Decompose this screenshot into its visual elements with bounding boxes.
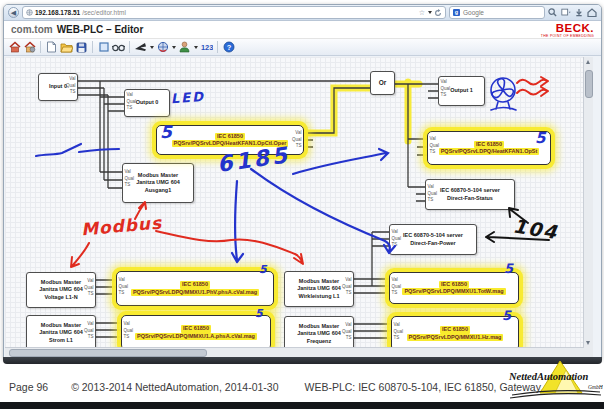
annotation-led: LED bbox=[171, 90, 206, 105]
beck-logo: BECK. THE POINT OF EMBEDDING bbox=[541, 23, 594, 38]
block-or[interactable]: Or bbox=[370, 71, 395, 95]
block-iec61850-a-phsa[interactable]: IEC 61850PQSrv/PQSrvLDPQ/MMXU1.A.phsA.cV… bbox=[121, 315, 271, 350]
tab-list-icon[interactable] bbox=[561, 8, 571, 17]
app-name: com.tom bbox=[11, 24, 53, 35]
preview-glasses-icon[interactable] bbox=[112, 41, 125, 54]
search-box[interactable]: g Google bbox=[449, 6, 545, 19]
horizontal-scroll-thumb[interactable] bbox=[9, 349, 207, 357]
block-modbus-ausgang1[interactable]: Modbus MasterJanitza UMG 604Ausgang1 Val… bbox=[122, 163, 194, 203]
annotation-modbus: Modbus bbox=[80, 214, 162, 238]
open-folder-icon[interactable] bbox=[60, 41, 73, 54]
url-path: /sec/editor.html bbox=[82, 9, 126, 16]
block-104-fan-power[interactable]: IEC 60870-5-104 serverDirect-Fan-Power V… bbox=[389, 224, 477, 255]
editor-toolbar: 123 ? bbox=[4, 39, 601, 56]
heat-wave-1 bbox=[517, 77, 548, 86]
page-header: com.tom WEB-PLC – Editor BECK. THE POINT… bbox=[4, 21, 601, 39]
page-number: Page 96 bbox=[9, 381, 48, 393]
svg-text:?: ? bbox=[226, 43, 231, 52]
search-go-icon[interactable] bbox=[548, 8, 557, 17]
horizontal-scrollbar[interactable] bbox=[5, 347, 584, 357]
connector-dropdown-caret-icon[interactable] bbox=[150, 46, 154, 49]
block-output0[interactable]: Output 0 ValQualTS bbox=[124, 89, 170, 117]
block-iec61850-hz[interactable]: IEC 61850PQSrv/PQSrvLDPQ/MMXU1.Hz.mag Va… bbox=[391, 316, 519, 351]
reload-icon[interactable] bbox=[434, 9, 442, 17]
home-shortcut-icon[interactable] bbox=[587, 8, 597, 17]
network-globe-icon[interactable] bbox=[156, 41, 169, 54]
user-icon[interactable] bbox=[178, 41, 191, 54]
arrow-to-voltage bbox=[71, 243, 89, 267]
save-icon[interactable] bbox=[75, 41, 88, 54]
block-output1[interactable]: Output 1 ValQualTS bbox=[438, 76, 485, 106]
numeric-io-icon[interactable]: 123 bbox=[200, 41, 213, 54]
heat-wave-2 bbox=[517, 87, 548, 96]
new-file-icon[interactable] bbox=[45, 41, 58, 54]
google-logo-icon: g bbox=[453, 9, 460, 16]
site-favicon-globe-icon bbox=[26, 9, 33, 16]
bookmark-star-icon[interactable]: ☆ bbox=[419, 9, 425, 16]
scroll-down-arrow-icon[interactable] bbox=[586, 341, 590, 345]
arrow-to-opst bbox=[293, 149, 388, 174]
block-iec61850-opctl-oper[interactable]: IEC 61850PQSrv/PQSrvLDPQ/HeatKFAN1.OpCtl… bbox=[156, 125, 304, 155]
arrow-to-fan-power bbox=[251, 169, 395, 253]
block-label: Output 0 bbox=[136, 99, 159, 106]
copyright: © 2013-2014 NettedAutomation, 2014-01-30 bbox=[71, 381, 278, 393]
vertical-scrollbar[interactable] bbox=[583, 57, 593, 357]
block-label: Or bbox=[379, 79, 387, 87]
switch-sketch bbox=[36, 144, 119, 156]
url-dropdown-caret-icon[interactable] bbox=[428, 11, 432, 14]
home-config-icon[interactable] bbox=[23, 41, 36, 54]
logo-subtext: GmbH bbox=[588, 384, 603, 390]
logo-text: NettedAutomation bbox=[508, 371, 589, 382]
block-iec61850-opst[interactable]: IEC 61850PQSrv/PQSrvLDPQ/HeatKFAN1.OpSt … bbox=[427, 131, 551, 165]
block-104-fan-status[interactable]: IEC 60870-5-104 serverDirect-Fan-Status … bbox=[425, 179, 515, 210]
home-icon[interactable] bbox=[8, 41, 21, 54]
downloads-icon[interactable] bbox=[575, 8, 583, 17]
beck-logo-tagline: THE POINT OF EMBEDDING bbox=[541, 35, 594, 39]
address-bar[interactable]: 192.168.178.51/sec/editor.html ☆ bbox=[22, 6, 446, 19]
block-modbus-strom[interactable]: Modbus MasterJanitza UMG 604Strom L1 Val… bbox=[26, 315, 96, 351]
url-host: 192.168.178.51 bbox=[35, 9, 80, 16]
beck-logo-text: BECK. bbox=[541, 23, 594, 35]
fan-sketch bbox=[491, 78, 516, 110]
annotation-104: 104 bbox=[512, 217, 560, 243]
arrow-to-fan-status bbox=[509, 208, 528, 223]
help-icon[interactable]: ? bbox=[222, 41, 235, 54]
page-title: WEB-PLC – Editor bbox=[57, 24, 144, 35]
plc-diagram-canvas[interactable]: Input 0 ValQualTS Output 0 ValQualTS Or … bbox=[5, 57, 593, 357]
wire-highlight-marker bbox=[304, 82, 419, 141]
arrow-to-fan-power-104 bbox=[486, 232, 549, 242]
search-engine-label: Google bbox=[463, 9, 484, 16]
block-iec61850-totw[interactable]: IEC 61850PQSrv/PQSrvLDPQ/MMXU1.TotW.mag … bbox=[389, 272, 519, 304]
browser-window: ◀ 192.168.178.51/sec/editor.html ☆ g Goo… bbox=[3, 4, 602, 359]
block-iec61850-phv[interactable]: IEC 61850PQSrv/PQSrvLDPQ/MMXU1.PhV.phsA.… bbox=[116, 271, 274, 306]
vertical-scroll-thumb[interactable] bbox=[585, 70, 593, 98]
arrow-to-wirkleistung bbox=[156, 231, 303, 264]
arrow-to-phv bbox=[232, 181, 243, 262]
block-modbus-voltage[interactable]: Modbus MasterJanitza UMG 604Voltage L1-N… bbox=[26, 272, 96, 308]
block-input0[interactable]: Input 0 ValQualTS bbox=[38, 73, 78, 101]
arrow-to-ausgang1 bbox=[135, 202, 146, 219]
svg-text:123: 123 bbox=[201, 43, 213, 52]
back-button[interactable]: ◀ bbox=[8, 7, 19, 18]
nettedautomation-logo: NettedAutomation GmbH bbox=[508, 360, 603, 406]
connector-arrow-icon[interactable] bbox=[134, 41, 147, 54]
widget-icon[interactable] bbox=[97, 41, 110, 54]
browser-chrome: ◀ 192.168.178.51/sec/editor.html ☆ g Goo… bbox=[4, 5, 601, 21]
block-label: Output 1 bbox=[450, 87, 473, 94]
user-dropdown-caret-icon[interactable] bbox=[194, 46, 198, 49]
scroll-up-arrow-icon[interactable] bbox=[586, 60, 590, 64]
block-modbus-wirkleistung[interactable]: Modbus MasterJanitza UMG 604Wirkleistung… bbox=[284, 271, 354, 307]
block-label: Input 0 bbox=[49, 83, 67, 90]
network-dropdown-caret-icon[interactable] bbox=[172, 46, 176, 49]
